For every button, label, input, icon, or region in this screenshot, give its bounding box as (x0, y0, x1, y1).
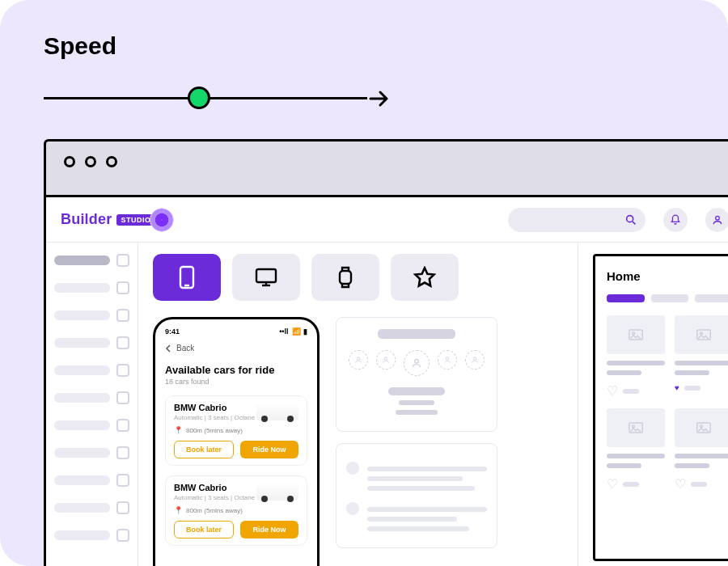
preview-card[interactable]: ♥ (675, 315, 728, 399)
avatar-icon (376, 350, 396, 370)
preview-tab[interactable] (651, 294, 689, 302)
preview-card[interactable]: ♡ (607, 315, 665, 399)
book-later-button[interactable]: Book later (174, 441, 234, 458)
user-icon (712, 214, 723, 226)
search-input[interactable] (508, 208, 645, 232)
heart-icon: ♡ (607, 476, 618, 492)
device-tab-favorite[interactable] (391, 254, 459, 301)
svg-point-15 (633, 332, 635, 335)
car-name: BMW Cabrio (174, 403, 255, 412)
speed-handle[interactable] (188, 87, 210, 109)
preview-tab[interactable] (695, 294, 728, 302)
image-placeholder-icon (675, 315, 728, 354)
car-image (256, 403, 298, 420)
svg-point-9 (357, 357, 359, 360)
svg-point-17 (700, 332, 703, 335)
phone-preview: 9:41 ••ll 📶 ▮ Back Available cars for ri… (153, 317, 320, 566)
device-tab-watch[interactable] (311, 254, 379, 301)
heart-icon: ♡ (675, 476, 686, 492)
avatar-icon (349, 350, 368, 370)
sidebar-item[interactable] (54, 281, 129, 294)
record-icon[interactable] (150, 208, 174, 232)
window-control[interactable] (64, 156, 75, 167)
svg-rect-5 (256, 269, 276, 282)
watch-icon (336, 265, 355, 289)
device-tab-phone[interactable] (153, 254, 221, 301)
screen-title: Available cars for ride (165, 364, 307, 376)
avatar-icon (465, 350, 485, 370)
svg-point-19 (633, 425, 635, 428)
sidebar-item[interactable] (54, 419, 129, 432)
heart-icon: ♡ (607, 383, 618, 399)
sidebar-item[interactable] (54, 474, 129, 487)
car-distance: 📍800m (5mins away) (174, 506, 298, 514)
car-card[interactable]: BMW Cabrio Automatic | 3 seats | Octane … (165, 395, 307, 466)
screen-subtitle: 18 cars found (165, 378, 307, 386)
status-icons: ••ll 📶 ▮ (279, 327, 307, 336)
preview-card[interactable]: ♡ (607, 408, 665, 492)
car-meta: Automatic | 3 seats | Octane (174, 494, 255, 501)
wireframe-panel (336, 317, 497, 432)
svg-point-2 (716, 216, 720, 220)
back-label: Back (176, 344, 194, 353)
svg-rect-8 (340, 271, 351, 284)
preview-tab[interactable] (607, 294, 645, 302)
sidebar-item[interactable] (54, 309, 129, 322)
back-button[interactable]: Back (165, 344, 307, 353)
sidebar-item[interactable] (54, 391, 129, 404)
car-name: BMW Cabrio (174, 483, 255, 492)
car-distance: 📍800m (5mins away) (174, 426, 298, 434)
bell-icon (346, 462, 359, 475)
svg-point-10 (384, 357, 387, 360)
wireframe-panel (336, 443, 497, 548)
sidebar-item[interactable] (54, 501, 129, 514)
sidebar-item[interactable] (54, 529, 129, 542)
ride-now-button[interactable]: Ride Now (240, 441, 298, 458)
preview-title: Home (607, 269, 728, 283)
image-placeholder-icon (675, 408, 728, 447)
svg-point-21 (700, 425, 703, 428)
car-meta: Automatic | 3 seats | Octane (174, 414, 255, 421)
chevron-left-icon (165, 344, 171, 353)
pin-icon: 📍 (174, 506, 183, 514)
status-time: 9:41 (165, 327, 180, 336)
svg-point-11 (415, 359, 419, 363)
book-later-button[interactable]: Book later (174, 521, 234, 539)
sidebar-item[interactable] (54, 254, 129, 267)
speed-heading: Speed (44, 32, 728, 60)
ride-now-button[interactable]: Ride Now (240, 521, 298, 539)
window-control[interactable] (106, 156, 117, 167)
browser-window: Builder STUDIO (44, 139, 728, 566)
svg-point-0 (627, 215, 633, 222)
sidebar (46, 243, 138, 566)
device-tab-desktop[interactable] (232, 254, 300, 301)
bell-icon (670, 214, 681, 226)
image-placeholder-icon (607, 315, 665, 354)
pin-icon: 📍 (174, 426, 183, 434)
avatar-icon (404, 350, 430, 376)
brand-logo[interactable]: Builder STUDIO (61, 211, 138, 228)
image-placeholder-icon (607, 408, 665, 447)
svg-point-13 (473, 357, 476, 360)
search-icon (624, 213, 637, 226)
sidebar-item[interactable] (54, 364, 129, 377)
svg-point-12 (446, 357, 448, 360)
phone-icon (177, 265, 197, 289)
sidebar-item[interactable] (54, 446, 129, 459)
desktop-icon (254, 267, 278, 288)
notifications-button[interactable] (663, 208, 688, 232)
brand-name: Builder (61, 211, 112, 228)
home-preview-frame: Home ♡ (593, 254, 728, 561)
avatar-icon (438, 350, 457, 370)
window-control[interactable] (85, 156, 96, 167)
sidebar-item[interactable] (54, 336, 129, 349)
svg-line-1 (633, 222, 635, 224)
heart-icon[interactable]: ♥ (675, 383, 679, 392)
car-card[interactable]: BMW Cabrio Automatic | 3 seats | Octane … (165, 475, 307, 546)
speed-slider[interactable] (44, 82, 367, 115)
preview-card[interactable]: ♡ (675, 408, 728, 492)
car-image (256, 483, 298, 501)
bell-icon (346, 502, 359, 515)
star-icon (413, 266, 436, 289)
account-button[interactable] (705, 208, 728, 232)
